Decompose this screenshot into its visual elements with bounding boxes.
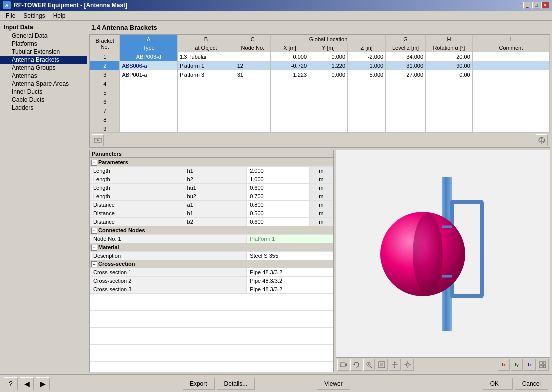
axis-y-button[interactable]: fy [511, 359, 523, 371]
col-subheader-at-object[interactable]: at Object [178, 43, 235, 52]
axis-z-button[interactable]: fz [524, 359, 536, 371]
fullscreen-button[interactable] [537, 359, 549, 371]
status-right: OK Cancel [483, 378, 548, 390]
minimize-button[interactable]: _ [523, 2, 531, 9]
table-row[interactable]: 1 ABP003-d 1.3 Tubular 0.000 0.000 -2.00… [90, 52, 550, 61]
cell-x[interactable]: 1.223 [270, 70, 309, 79]
forward-button[interactable]: ▶ [36, 377, 50, 390]
cell-comment[interactable] [472, 70, 549, 79]
cell-level[interactable]: 31.000 [386, 61, 426, 70]
expand-icon[interactable]: − [91, 245, 97, 251]
param-row: Cross-section 2 Pipe 48.3/3.2 [90, 277, 333, 285]
menu-settings[interactable]: Settings [19, 12, 49, 20]
cell-type[interactable]: ABS006-a [120, 61, 178, 70]
sidebar-item-general-data[interactable]: General Data [0, 32, 87, 40]
back-button[interactable]: ◀ [20, 377, 34, 390]
sidebar-item-antenna-spare-areas[interactable]: Antenna Spare Areas [0, 80, 87, 88]
col-subheader-z[interactable]: Z [m] [348, 43, 386, 52]
col-subheader-node-no[interactable]: Node No. [235, 43, 270, 52]
col-header-i[interactable]: I [472, 35, 549, 43]
table-row[interactable]: 3 ABP001-a Platform 3 31 1.223 0.000 5.0… [90, 70, 550, 79]
expand-icon[interactable]: − [91, 228, 97, 234]
cancel-button[interactable]: Cancel [515, 378, 548, 390]
viewer-button[interactable]: Viewer [317, 378, 350, 390]
sidebar-item-antenna-brackets[interactable]: Antenna Brackets [0, 56, 87, 64]
cell-num: 2 [90, 61, 120, 70]
pan-button[interactable] [389, 359, 401, 371]
cell-z[interactable]: 1.000 [348, 61, 386, 70]
cell-type[interactable]: ABP001-a [120, 70, 178, 79]
table-row[interactable]: 8 [90, 115, 550, 124]
cell-comment[interactable] [472, 61, 549, 70]
col-subheader-rotation[interactable]: Rotation α [°] [426, 43, 473, 52]
cell-y[interactable]: 1.220 [309, 61, 348, 70]
table-scroll-area[interactable]: BracketNo. A B C Global Location G H I T… [90, 35, 550, 133]
cell-at-object[interactable]: Platform 3 [178, 70, 235, 79]
axis-x-button[interactable]: fx [498, 359, 510, 371]
view-3d-button[interactable] [536, 134, 548, 146]
table-row[interactable]: 2 ABS006-a Platform 1 12 -0.720 1.220 1.… [90, 61, 550, 70]
col-header-c[interactable]: C [235, 35, 270, 43]
param-row-empty [90, 294, 333, 302]
cell-rotation[interactable]: 0.00 [426, 70, 473, 79]
add-row-button[interactable] [92, 134, 104, 146]
param-row: Distance b1 0.500 m [90, 209, 333, 218]
col-subheader-comment[interactable]: Comment [472, 43, 549, 52]
table-row[interactable]: 6 [90, 97, 550, 106]
cell-level[interactable]: 27.000 [386, 70, 426, 79]
help-button[interactable]: ? [4, 377, 18, 390]
col-header-a[interactable]: A [120, 35, 178, 43]
col-subheader-y[interactable]: Y [m] [309, 43, 348, 52]
cell-type[interactable]: ABP003-d [120, 52, 178, 61]
3d-canvas[interactable] [336, 150, 550, 357]
sidebar-item-platforms[interactable]: Platforms [0, 40, 87, 48]
expand-icon[interactable]: − [91, 160, 97, 166]
col-header-g[interactable]: G [386, 35, 426, 43]
table-row[interactable]: 5 [90, 88, 550, 97]
cell-x[interactable]: -0.720 [270, 61, 309, 70]
sidebar-item-antennas[interactable]: Antennas [0, 72, 87, 80]
settings-view-button[interactable] [402, 359, 414, 371]
sidebar-item-antenna-groups[interactable]: Antenna Groups [0, 64, 87, 72]
cell-z[interactable]: -2.000 [348, 52, 386, 61]
cell-at-object[interactable]: 1.3 Tubular [178, 52, 235, 61]
sidebar-item-tubular-extension[interactable]: Tubular Extension [0, 48, 87, 56]
sidebar-item-inner-ducts[interactable]: Inner Ducts [0, 88, 87, 96]
col-header-h[interactable]: H [426, 35, 473, 43]
menu-file[interactable]: File [2, 12, 19, 20]
maximize-button[interactable]: □ [532, 2, 540, 9]
cell-x[interactable]: 0.000 [270, 52, 309, 61]
cell-node[interactable]: 12 [235, 61, 270, 70]
cell-node[interactable]: 31 [235, 70, 270, 79]
cell-level[interactable]: 34.000 [386, 52, 426, 61]
cell-node[interactable] [235, 52, 270, 61]
col-header-b[interactable]: B [178, 35, 235, 43]
fit-button[interactable] [376, 359, 388, 371]
sidebar-item-cable-ducts[interactable]: Cable Ducts [0, 96, 87, 104]
col-subheader-level[interactable]: Level z [m] [386, 43, 426, 52]
cam-button[interactable] [337, 359, 349, 371]
zoom-button[interactable] [363, 359, 375, 371]
cell-y[interactable]: 0.000 [309, 52, 348, 61]
ok-button[interactable]: OK [483, 378, 513, 390]
export-button[interactable]: Export [183, 378, 215, 390]
col-subheader-x[interactable]: X [m] [270, 43, 309, 52]
cell-at-object[interactable]: Platform 1 [178, 61, 235, 70]
close-button[interactable]: ✕ [541, 2, 549, 9]
status-center: Export Details... Viewer [183, 378, 350, 390]
cell-z[interactable]: 5.000 [348, 70, 386, 79]
details-button[interactable]: Details... [217, 378, 255, 390]
cell-rotation[interactable]: 20.00 [426, 52, 473, 61]
cell-y[interactable]: 0.000 [309, 70, 348, 79]
col-subheader-type[interactable]: Type [120, 43, 178, 52]
table-row[interactable]: 9 [90, 124, 550, 133]
cell-comment[interactable] [472, 52, 549, 61]
expand-icon[interactable]: − [91, 261, 97, 267]
rotate-button[interactable] [350, 359, 362, 371]
table-row[interactable]: 7 [90, 106, 550, 115]
menu-help[interactable]: Help [49, 12, 70, 20]
table-row[interactable]: 4 [90, 79, 550, 88]
parameters-panel: Parameters −Parameters Length h1 2.000 [89, 150, 334, 372]
sidebar-item-ladders[interactable]: Ladders [0, 104, 87, 112]
cell-rotation[interactable]: 90.00 [426, 61, 473, 70]
